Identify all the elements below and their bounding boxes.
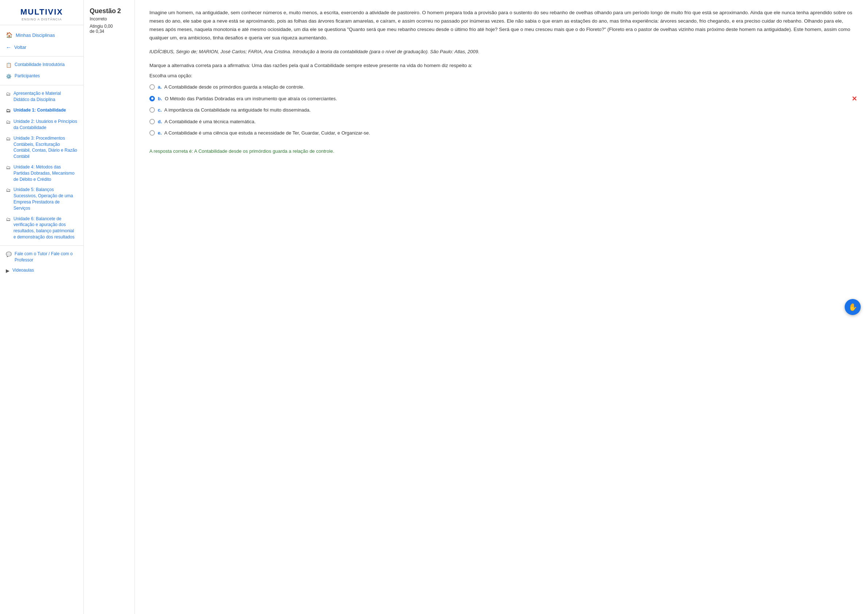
radio-d[interactable] xyxy=(149,119,155,124)
sidebar-label-unit-5: Unidade 5: Balanços Sucessivos, Operação… xyxy=(14,187,78,211)
home-icon: 🏠 xyxy=(6,32,13,38)
video-icon: ▶ xyxy=(6,267,9,274)
question-score: Atingiu 0,00 de 0,34 xyxy=(90,24,129,34)
accessibility-icon: ✋ xyxy=(848,303,857,311)
correct-answer-prefix: A resposta correta é: xyxy=(149,148,193,154)
question-number-value: 2 xyxy=(117,7,121,15)
main-content: Questão 2 Incorreto Atingiu 0,00 de 0,34… xyxy=(84,0,868,614)
sidebar-item-unit-3[interactable]: 🗂 Unidade 3: Procedimentos Contábeis, Es… xyxy=(0,133,84,162)
score-value: 0,00 xyxy=(104,24,113,29)
chat-icon: 💬 xyxy=(6,251,12,258)
sidebar-item-videoaulas[interactable]: ▶ Videoaulas xyxy=(0,265,84,277)
sidebar-label-fale-tutor: Fale com o Tutor / Fale com o Professor xyxy=(15,251,78,263)
sidebar-item-unit-4[interactable]: 🗂 Unidade 4: Métodos das Partidas Dobrad… xyxy=(0,162,84,185)
option-a[interactable]: a. A Contabilidade desde os primórdios g… xyxy=(149,84,853,91)
option-a-text: A Contabilidade desde os primórdios guar… xyxy=(164,84,304,90)
score-suffix: de 0,34 xyxy=(90,29,104,34)
sidebar-divider-1 xyxy=(0,56,84,56)
option-b-label: b. O Método das Partidas Dobradas era um… xyxy=(158,95,337,103)
option-c-label: c. A importância da Contabilidade na ant… xyxy=(158,106,311,114)
option-c[interactable]: c. A importância da Contabilidade na ant… xyxy=(149,106,853,114)
folder-icon-6: 🗂 xyxy=(6,216,11,223)
dismiss-button[interactable]: ✕ xyxy=(852,95,857,103)
sidebar-item-unit-2[interactable]: 🗂 Unidade 2: Usuários e Princípios da Co… xyxy=(0,116,84,133)
sidebar-label-unit-3: Unidade 3: Procedimentos Contábeis, Escr… xyxy=(14,135,78,160)
sidebar-item-minhas-disciplinas[interactable]: 🏠 Minhas Disciplinas xyxy=(0,29,84,41)
course-icon: 📋 xyxy=(6,62,12,68)
logo-title: MULTIVIX xyxy=(7,7,76,17)
question-main-text: Imagine um homem, na antiguidade, sem co… xyxy=(149,9,853,42)
question-status: Incorreto xyxy=(90,16,129,22)
question-number-label: Questão 2 xyxy=(90,7,129,15)
folder-icon-3: 🗂 xyxy=(6,136,11,142)
sidebar-label-minhas-disciplinas: Minhas Disciplinas xyxy=(16,33,55,38)
sidebar-label-voltar: Voltar xyxy=(14,45,26,50)
folder-icon-0: 🗂 xyxy=(6,91,11,97)
sidebar-label-contabilidade: Contabilidade Introdutória xyxy=(15,62,65,68)
radio-c[interactable] xyxy=(149,107,155,113)
option-c-text: A importância da Contabilidade na antigu… xyxy=(164,107,311,113)
question-reference: IUDÍCIBUS, Sérgio de; MARION, José Carlo… xyxy=(149,48,853,56)
logo-subtitle: ENSINO A DISTÂNCIA xyxy=(7,17,76,21)
option-e[interactable]: e. A Contabilidade é uma ciência que est… xyxy=(149,129,853,137)
option-e-text: A Contabilidade é uma ciência que estuda… xyxy=(164,130,370,136)
question-prompt: Marque a alternativa correta para a afir… xyxy=(149,62,853,70)
sidebar-navigation: 🏠 Minhas Disciplinas ← Voltar 📋 Contabil… xyxy=(0,25,84,280)
question-label-text: Questão xyxy=(90,7,116,15)
accessibility-button[interactable]: ✋ xyxy=(845,299,861,315)
sidebar: MULTIVIX ENSINO A DISTÂNCIA 🏠 Minhas Dis… xyxy=(0,0,84,614)
correct-answer: A resposta correta é: A Contabilidade de… xyxy=(149,148,853,155)
sidebar-label-unit-0: Apresentação e Material Didático da Disc… xyxy=(14,90,78,103)
option-d-text: A Contabilidade é uma técnica matemática… xyxy=(164,119,256,124)
radio-e[interactable] xyxy=(149,130,155,136)
sidebar-label-unit-2: Unidade 2: Usuários e Princípios da Cont… xyxy=(14,118,78,131)
folder-icon-4: 🗂 xyxy=(6,165,11,171)
options-list: a. A Contabilidade desde os primórdios g… xyxy=(149,84,853,137)
sidebar-item-unit-5[interactable]: 🗂 Unidade 5: Balanços Sucessivos, Operaç… xyxy=(0,185,84,213)
logo-area: MULTIVIX ENSINO A DISTÂNCIA xyxy=(0,0,84,25)
sidebar-item-unit-1[interactable]: 🗂 Unidade 1: Contabilidade xyxy=(0,105,84,116)
folder-icon-1: 🗂 xyxy=(6,107,11,114)
option-d-label: d. A Contabilidade é uma técnica matemát… xyxy=(158,118,256,126)
sidebar-label-unit-4: Unidade 4: Métodos das Partidas Dobradas… xyxy=(14,164,78,182)
sidebar-item-fale-tutor[interactable]: 💬 Fale com o Tutor / Fale com o Professo… xyxy=(0,249,84,266)
sidebar-item-unit-0[interactable]: 🗂 Apresentação e Material Didático da Di… xyxy=(0,88,84,105)
sidebar-item-contabilidade-introdutoria[interactable]: 📋 Contabilidade Introdutória xyxy=(0,59,84,71)
question-panel: Questão 2 Incorreto Atingiu 0,00 de 0,34 xyxy=(84,0,135,614)
participants-icon: ⚙️ xyxy=(6,73,12,80)
sidebar-divider-3 xyxy=(0,246,84,246)
option-a-label: a. A Contabilidade desde os primórdios g… xyxy=(158,84,304,91)
option-b-text: O Método das Partidas Dobradas era um in… xyxy=(165,96,337,101)
radio-a[interactable] xyxy=(149,84,155,90)
sidebar-item-voltar[interactable]: ← Voltar xyxy=(0,41,84,53)
sidebar-item-unit-6[interactable]: 🗂 Unidade 6: Balancete de verificação e … xyxy=(0,214,84,242)
sidebar-label-participantes: Participantes xyxy=(15,73,40,79)
choose-option-label: Escolha uma opção: xyxy=(149,73,853,78)
sidebar-divider-2 xyxy=(0,85,84,85)
radio-b[interactable] xyxy=(149,96,155,101)
sidebar-label-videoaulas: Videoaulas xyxy=(12,267,34,274)
option-d[interactable]: d. A Contabilidade é uma técnica matemát… xyxy=(149,118,853,126)
folder-icon-5: 🗂 xyxy=(6,187,11,194)
option-e-label: e. A Contabilidade é uma ciência que est… xyxy=(158,129,370,137)
content-area: Imagine um homem, na antiguidade, sem co… xyxy=(135,0,868,614)
back-icon: ← xyxy=(6,44,11,50)
option-b[interactable]: b. O Método das Partidas Dobradas era um… xyxy=(149,95,853,103)
sidebar-label-unit-6: Unidade 6: Balancete de verificação e ap… xyxy=(14,216,78,240)
folder-icon-2: 🗂 xyxy=(6,119,11,126)
score-prefix: Atingiu xyxy=(90,24,103,29)
correct-answer-text: A Contabilidade desde os primórdios guar… xyxy=(194,148,334,154)
sidebar-label-unit-1: Unidade 1: Contabilidade xyxy=(14,107,66,113)
sidebar-item-participantes[interactable]: ⚙️ Participantes xyxy=(0,71,84,82)
